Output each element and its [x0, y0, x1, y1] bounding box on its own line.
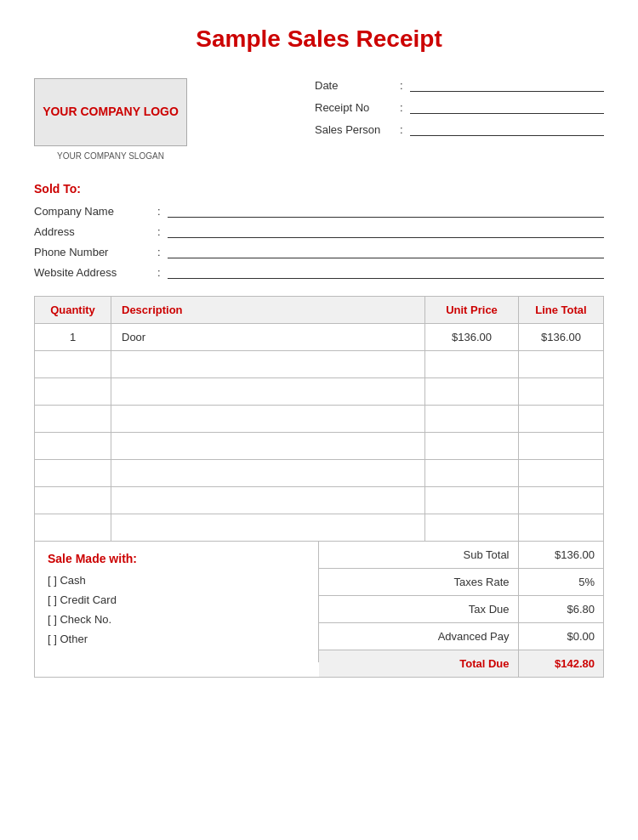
unit-price-cell: [425, 351, 519, 378]
taxes-rate-label: Taxes Rate: [319, 569, 518, 596]
phone-number-row: Phone Number :: [34, 245, 604, 258]
company-slogan: YOUR COMPANY SLOGAN: [34, 151, 187, 161]
receipt-no-colon: :: [400, 101, 403, 114]
taxes-rate-row: Taxes Rate 5%: [319, 569, 603, 596]
address-label: Address: [34, 225, 157, 238]
desc-cell: [111, 460, 425, 487]
items-table: Quantity Description Unit Price Line Tot…: [34, 296, 604, 542]
table-row: [35, 460, 604, 487]
total-due-row: Total Due $142.80: [319, 650, 603, 678]
sales-person-row: Sales Person :: [315, 122, 604, 136]
qty-cell: [35, 406, 111, 433]
company-name-colon: :: [157, 205, 161, 218]
receipt-no-line: [410, 100, 604, 114]
date-row: Date :: [315, 78, 604, 92]
total-due-value: $142.80: [518, 650, 603, 678]
table-row: [35, 433, 604, 460]
phone-number-line: [168, 245, 604, 258]
desc-cell: Door: [111, 324, 425, 351]
tax-due-label: Tax Due: [319, 596, 518, 623]
credit-card-option: [ ] Credit Card: [48, 593, 305, 606]
unit-price-header: Unit Price: [425, 297, 519, 324]
address-row: Address :: [34, 224, 604, 238]
company-name-row: Company Name :: [34, 204, 604, 218]
unit-price-cell: [425, 406, 519, 433]
sub-total-value: $136.00: [518, 542, 603, 569]
qty-header: Quantity: [35, 297, 111, 324]
sub-total-row: Sub Total $136.00: [319, 542, 603, 569]
totals-table: Sub Total $136.00 Taxes Rate 5% Tax Due …: [319, 542, 603, 677]
company-name-label: Company Name: [34, 205, 157, 218]
desc-header: Description: [111, 297, 425, 324]
line-total-cell: [519, 460, 604, 487]
table-row: [35, 487, 604, 514]
taxes-rate-value: 5%: [518, 569, 603, 596]
website-address-label: Website Address: [34, 266, 157, 279]
desc-cell: [111, 406, 425, 433]
company-logo: YOUR COMPANY LOGO: [34, 78, 187, 146]
tax-due-row: Tax Due $6.80: [319, 596, 603, 623]
tax-due-value: $6.80: [518, 596, 603, 623]
qty-cell: 1: [35, 324, 111, 351]
table-row: [35, 378, 604, 406]
top-section: YOUR COMPANY LOGO YOUR COMPANY SLOGAN Da…: [34, 78, 604, 161]
qty-cell: [35, 460, 111, 487]
total-due-label: Total Due: [319, 650, 518, 678]
receipt-no-label: Receipt No: [315, 101, 400, 114]
phone-number-label: Phone Number: [34, 246, 157, 258]
unit-price-cell: $136.00: [425, 324, 519, 351]
unit-price-cell: [425, 514, 519, 542]
qty-cell: [35, 378, 111, 406]
address-colon: :: [157, 225, 161, 238]
qty-cell: [35, 514, 111, 542]
line-total-cell: [519, 433, 604, 460]
address-line: [168, 224, 604, 238]
qty-cell: [35, 487, 111, 514]
other-option: [ ] Other: [48, 633, 305, 645]
unit-price-cell: [425, 487, 519, 514]
desc-cell: [111, 514, 425, 542]
line-total-cell: $136.00: [519, 324, 604, 351]
qty-cell: [35, 351, 111, 378]
table-row: 1 Door $136.00 $136.00: [35, 324, 604, 351]
advanced-pay-row: Advanced Pay $0.00: [319, 623, 603, 650]
page-title: Sample Sales Receipt: [34, 26, 604, 53]
line-total-header: Line Total: [519, 297, 604, 324]
totals-section: Sub Total $136.00 Taxes Rate 5% Tax Due …: [319, 542, 603, 677]
website-address-row: Website Address :: [34, 265, 604, 279]
receipt-info: Date : Receipt No : Sales Person :: [315, 78, 604, 145]
unit-price-cell: [425, 460, 519, 487]
sold-to-section: Sold To: Company Name : Address : Phone …: [34, 182, 604, 279]
payment-heading: Sale Made with:: [48, 552, 305, 565]
date-label: Date: [315, 79, 400, 92]
sales-person-colon: :: [400, 123, 403, 136]
sales-person-label: Sales Person: [315, 123, 400, 136]
company-name-line: [168, 204, 604, 218]
sold-to-heading: Sold To:: [34, 182, 604, 196]
cash-option: [ ] Cash: [48, 574, 305, 587]
advanced-pay-label: Advanced Pay: [319, 623, 518, 650]
bottom-section: Sale Made with: [ ] Cash [ ] Credit Card…: [34, 542, 604, 678]
line-total-cell: [519, 406, 604, 433]
line-total-cell: [519, 351, 604, 378]
table-header-row: Quantity Description Unit Price Line Tot…: [35, 297, 604, 324]
receipt-no-row: Receipt No :: [315, 100, 604, 114]
website-address-colon: :: [157, 266, 161, 279]
line-total-cell: [519, 378, 604, 406]
unit-price-cell: [425, 378, 519, 406]
qty-cell: [35, 433, 111, 460]
advanced-pay-value: $0.00: [518, 623, 603, 650]
sales-person-line: [410, 122, 604, 136]
line-total-cell: [519, 514, 604, 542]
table-row: [35, 351, 604, 378]
desc-cell: [111, 351, 425, 378]
sub-total-label: Sub Total: [319, 542, 518, 569]
desc-cell: [111, 487, 425, 514]
payment-section: Sale Made with: [ ] Cash [ ] Credit Card…: [35, 542, 319, 662]
table-row: [35, 406, 604, 433]
date-colon: :: [400, 79, 403, 92]
desc-cell: [111, 433, 425, 460]
unit-price-cell: [425, 433, 519, 460]
phone-number-colon: :: [157, 246, 161, 258]
logo-box: YOUR COMPANY LOGO YOUR COMPANY SLOGAN: [34, 78, 187, 161]
